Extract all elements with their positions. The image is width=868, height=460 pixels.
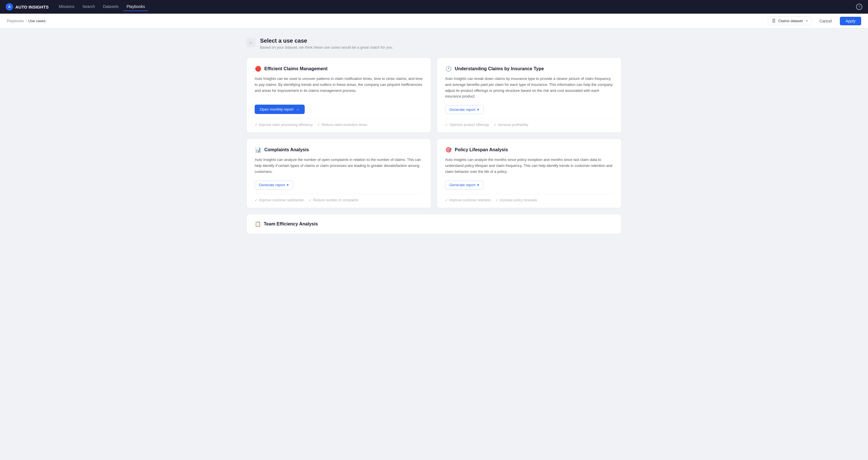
card-header: 🕐 Understanding Claims by Insurance Type [445, 66, 613, 72]
nav-link-missions[interactable]: Missions [55, 3, 78, 11]
card-actions: Generate report ▾ [445, 105, 613, 114]
open-report-button[interactable]: Open monthly report → [255, 104, 305, 114]
partial-card: 📋 Team Efficiency Analysis [246, 214, 622, 234]
check-icon: ✓ [494, 123, 497, 127]
chevron-down-icon: ▾ [287, 183, 289, 187]
card-title: Complaints Analysis [264, 147, 309, 152]
card-actions: Open monthly report → [255, 104, 423, 114]
card-title: Efficient Claims Management [264, 66, 328, 71]
card-tag: ✓ Reduce number of complaints [309, 198, 358, 202]
page-title: Select a use case [260, 37, 393, 44]
card-policy-lifespan: 🎯 Policy Lifespan Analysis Auto Insights… [437, 139, 622, 208]
nav-link-search[interactable]: Search [79, 3, 98, 11]
team-efficiency-title: Team Efficiency Analysis [264, 221, 318, 226]
card-description: Auto Insights can break down claims by i… [445, 76, 613, 99]
chevron-down-icon: ▾ [477, 108, 479, 112]
dataset-selector[interactable]: 🗄 Claims dataset ▾ [768, 17, 811, 25]
card-tags: ✓ Optimize product offerings ✓ Increase … [445, 119, 613, 127]
dataset-icon: 🗄 [772, 19, 776, 23]
generate-report-button[interactable]: Generate report ▾ [445, 105, 484, 114]
check-icon: ✓ [445, 198, 448, 202]
app-name: AUTO INSIGHTS [16, 4, 49, 9]
card-tag: ✓ Increase profitability [494, 123, 528, 127]
subheader: Playbooks / Use cases 🗄 Claims dataset ▾… [0, 13, 868, 28]
chevron-down-icon: ▾ [477, 183, 479, 187]
subheader-actions: 🗄 Claims dataset ▾ Cancel Apply [768, 17, 861, 25]
check-icon: ✓ [255, 123, 257, 127]
breadcrumb: Playbooks / Use cases [7, 19, 45, 23]
breadcrumb-separator: / [26, 19, 27, 23]
logo-icon: A [6, 3, 13, 10]
card-icon: 🎯 [445, 147, 452, 153]
card-tags: ✓ Improve claim processing efficiency ✓ … [255, 119, 423, 127]
card-tags: ✓ Improve customer satisfaction ✓ Reduce… [255, 194, 423, 202]
chevron-down-icon: ▾ [806, 19, 808, 23]
card-actions: Generate report ▾ [445, 181, 613, 189]
card-actions: Generate report ▾ [255, 181, 423, 189]
generate-report-button[interactable]: Generate report ▾ [255, 181, 293, 189]
card-tag: ✓ Optimize product offerings [445, 123, 489, 127]
card-understanding-claims: 🕐 Understanding Claims by Insurance Type… [437, 57, 622, 133]
card-tag: ✓ Improve customer satisfaction [255, 198, 304, 202]
check-icon: ✓ [255, 198, 257, 202]
team-efficiency-icon: 📋 [255, 221, 261, 227]
card-header: 📊 Complaints Analysis [255, 147, 423, 153]
card-description: Auto Insights can analyze the months sin… [445, 157, 613, 175]
card-tag: ✓ Increase policy renewals [495, 198, 537, 202]
card-icon: 📊 [255, 147, 261, 153]
use-cases-grid: 🔴 Efficient Claims Management Auto Insig… [246, 57, 622, 208]
card-description: Auto Insights can be used to uncover pat… [255, 76, 423, 99]
card-header: 🎯 Policy Lifespan Analysis [445, 147, 613, 153]
back-button[interactable]: ← [246, 38, 255, 47]
dataset-name: Claims dataset [778, 19, 803, 23]
check-icon: ✓ [317, 123, 320, 127]
nav-link-playbooks[interactable]: Playbooks [123, 3, 148, 11]
check-icon: ✓ [309, 198, 311, 202]
app-logo: A AUTO INSIGHTS [6, 3, 49, 10]
card-icon: 🔴 [255, 66, 261, 72]
breadcrumb-playbooks[interactable]: Playbooks [7, 19, 24, 23]
card-tag: ✓ Improve claim processing efficiency [255, 123, 313, 127]
card-tag: ✓ Improve customer retention [445, 198, 491, 202]
help-icon[interactable]: ? [856, 4, 862, 10]
main-content: ← Select a use case Based on your datase… [235, 28, 633, 243]
card-title: Policy Lifespan Analysis [455, 147, 508, 152]
card-tags: ✓ Improve customer retention ✓ Increase … [445, 194, 613, 202]
page-title-block: Select a use case Based on your dataset,… [260, 37, 393, 50]
card-header: 🔴 Efficient Claims Management [255, 66, 423, 72]
card-tag: ✓ Reduce claim resolution times [317, 123, 367, 127]
page-header: ← Select a use case Based on your datase… [246, 37, 622, 50]
card-title: Understanding Claims by Insurance Type [455, 66, 544, 71]
topnav-right: ? [856, 4, 862, 10]
top-navigation: A AUTO INSIGHTS MissionsSearchDatasetsPl… [0, 0, 868, 13]
check-icon: ✓ [445, 123, 448, 127]
nav-links: MissionsSearchDatasetsPlaybooks [55, 3, 849, 11]
check-icon: ✓ [495, 198, 498, 202]
card-efficient-claims: 🔴 Efficient Claims Management Auto Insig… [246, 57, 431, 133]
nav-link-datasets[interactable]: Datasets [99, 3, 122, 11]
generate-report-button[interactable]: Generate report ▾ [445, 181, 484, 189]
card-icon: 🕐 [445, 66, 452, 72]
card-complaints-analysis: 📊 Complaints Analysis Auto Insights can … [246, 139, 431, 208]
apply-button[interactable]: Apply [840, 17, 861, 25]
card-description: Auto Insights can analyze the number of … [255, 157, 423, 175]
cancel-button[interactable]: Cancel [816, 17, 835, 25]
page-subtitle: Based on your dataset, we think these us… [260, 45, 393, 50]
arrow-icon: → [296, 107, 300, 112]
breadcrumb-use-cases: Use cases [28, 19, 46, 23]
